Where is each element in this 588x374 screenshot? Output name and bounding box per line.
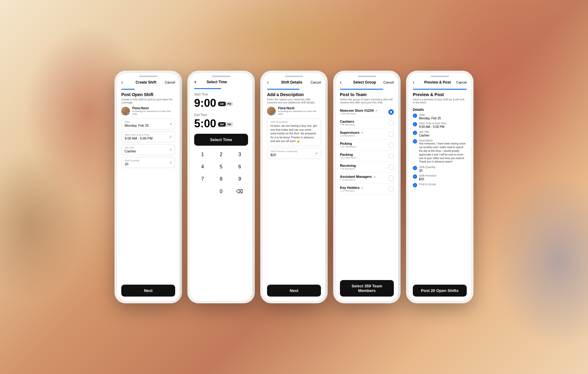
phone3-subtitle: Enter the reason you need this shift cov…	[267, 98, 321, 104]
numpad-2[interactable]: 2	[213, 149, 230, 160]
numpad-backspace[interactable]: ⌫	[231, 186, 248, 197]
select-team-button[interactable]: Select 359 Team Members	[340, 280, 394, 297]
radio-6[interactable]	[388, 175, 394, 181]
phone3-content: Add a Description Enter the reason you n…	[263, 87, 325, 282]
progress-bar-5	[413, 89, 467, 90]
numpad-3[interactable]: 3	[231, 149, 248, 160]
avatar-3	[267, 107, 276, 115]
start-pm-btn[interactable]: PM	[226, 102, 233, 106]
header-title-2: Select Time	[196, 80, 237, 84]
progress-bar-2	[194, 88, 221, 89]
radio-5[interactable]	[388, 164, 394, 170]
phone4-title: Post to Team	[340, 92, 394, 97]
start-am-btn[interactable]: AM	[218, 102, 225, 106]
radio-0[interactable]	[388, 109, 394, 115]
numpad-empty	[194, 186, 211, 197]
preview-date-info: Date Monday, Feb 25	[419, 113, 441, 120]
group-info-0: Newcom Store #1234 ✓ +359 Members	[340, 109, 378, 115]
numpad-9[interactable]: 9	[231, 174, 248, 184]
field-time-label: Start Time & End Time	[125, 133, 172, 136]
cancel-button-5[interactable]: Cancel	[456, 80, 467, 84]
phone-select-time: ▾ Select Time Start Time 9:00 AM PM End …	[187, 71, 255, 303]
phone1-content: Post Open Shift Create a new shift to po…	[117, 87, 179, 282]
radio-1[interactable]	[388, 120, 394, 126]
phone-shift-details: ‹ Shift Details Cancel Add a Description…	[260, 71, 328, 303]
radio-3[interactable]	[388, 142, 394, 148]
phone2-content: Start Time 9:00 AM PM End Time 5:00 AM P…	[190, 86, 252, 301]
end-pm-btn[interactable]: PM	[226, 122, 233, 127]
phone-notch-1	[139, 76, 157, 77]
next-button-3[interactable]: Next	[267, 285, 321, 297]
phone-select-group: ‹ Select Group Cancel Post to Team Selec…	[333, 71, 401, 303]
phone1-footer: Next	[117, 282, 179, 301]
group-name-0: Newcom Store #1234 ✓	[340, 109, 378, 112]
avatar-badge-1	[127, 113, 130, 115]
field-shiftqty[interactable]: Shift Quantity 20 ✓	[121, 157, 175, 168]
select-time-button[interactable]: Select Time	[194, 134, 248, 146]
cancel-button-3[interactable]: Cancel	[310, 80, 321, 84]
phone5-title: Preview & Post	[413, 92, 467, 97]
preview-desc-value: Hey everyone, I have been having some ca…	[419, 142, 467, 164]
numpad-6[interactable]: 6	[231, 162, 248, 172]
dropdown-icon-2[interactable]: ▾	[194, 80, 196, 84]
premium-field[interactable]: Shift Premium (Optional) $20 ✓	[267, 148, 321, 159]
group-item-1[interactable]: Cashiers +59 Members	[340, 118, 394, 129]
phone3-footer: Next	[263, 282, 325, 301]
numpad-8[interactable]: 8	[213, 174, 230, 184]
group-item-3[interactable]: Picking +157 Members	[340, 140, 394, 151]
numpad-0[interactable]: 0	[213, 186, 230, 197]
radio-2[interactable]	[388, 131, 394, 137]
group-name-7: Key Holders ✓	[340, 186, 364, 189]
next-button-1[interactable]: Next	[121, 285, 175, 297]
preview-shiftqty-info: Shift Quantity 20	[419, 166, 435, 172]
preview-time-check	[413, 122, 417, 126]
user-name-3: Flora Hurst	[278, 107, 321, 110]
group-info-1: Cashiers +59 Members	[340, 120, 355, 126]
user-status-3: is looking for someone to cover this shi…	[278, 110, 321, 115]
desc-text: Hi team, we are having a buy one, get on…	[270, 124, 318, 143]
start-ampm-toggle[interactable]: AM PM	[218, 102, 233, 106]
back-button-1[interactable]: ‹	[121, 80, 127, 85]
user-row-3: Flora Hurst is looking for someone to co…	[267, 107, 321, 115]
field-shiftqty-label: Shift Quantity	[125, 159, 172, 162]
user-info-1: Flora Hurst is looking for someone to co…	[132, 107, 175, 115]
back-button-4[interactable]: ‹	[340, 80, 346, 85]
group-item-7[interactable]: Key Holders ✓ +10 Members	[340, 184, 394, 195]
back-button-3[interactable]: ‹	[267, 80, 273, 85]
phone-notch-3	[285, 76, 303, 77]
phone4-content: Post to Team Select the group of team me…	[336, 87, 398, 278]
user-info-3: Flora Hurst is looking for someone to co…	[278, 107, 321, 115]
avatar-badge-3	[273, 113, 276, 115]
group-item-2[interactable]: Supervisors ✓ +23 Members	[340, 129, 394, 140]
back-button-5[interactable]: ‹	[413, 80, 419, 85]
field-jobtitle-check: ✓	[169, 148, 172, 152]
cancel-button-4[interactable]: Cancel	[383, 80, 394, 84]
preview-premium-check	[413, 174, 417, 179]
group-item-4[interactable]: Packing +212 Members	[340, 151, 394, 162]
cancel-button-1[interactable]: Cancel	[164, 80, 175, 84]
end-time-label: End Time	[194, 113, 248, 117]
group-info-3: Picking +157 Members	[340, 142, 356, 148]
user-name-1: Flora Hurst	[132, 107, 175, 110]
numpad-4[interactable]: 4	[194, 162, 211, 172]
preview-group: Post to Group	[413, 183, 467, 187]
numpad-5[interactable]: 5	[213, 162, 230, 172]
description-field[interactable]: Shift Description Hi team, we are having…	[267, 118, 321, 146]
radio-7[interactable]	[388, 186, 394, 192]
premium-check: ✓	[315, 151, 318, 155]
end-ampm-toggle[interactable]: AM PM	[218, 122, 233, 127]
verified-7: ✓	[361, 186, 364, 189]
field-time[interactable]: Start Time & End Time 9:00 AM - 5:00 PM …	[121, 131, 175, 142]
group-item-0[interactable]: Newcom Store #1234 ✓ +359 Members	[340, 107, 394, 118]
post-button[interactable]: Post 20 Open Shifts	[413, 285, 467, 297]
group-item-6[interactable]: Assistant Managers ✓ +15 Members	[340, 173, 394, 184]
numpad-1[interactable]: 1	[194, 149, 211, 160]
field-jobtitle[interactable]: Job Title Cashier ✓	[121, 144, 175, 155]
field-date[interactable]: Date Monday, Feb 25 ✓	[121, 118, 175, 129]
end-am-btn[interactable]: AM	[218, 122, 225, 127]
preview-premium: Shift Premium $20	[413, 174, 467, 181]
radio-4[interactable]	[388, 153, 394, 159]
verified-0: ✓	[375, 109, 378, 112]
numpad-7[interactable]: 7	[194, 174, 211, 184]
group-item-5[interactable]: Receiving +78 Members	[340, 162, 394, 173]
